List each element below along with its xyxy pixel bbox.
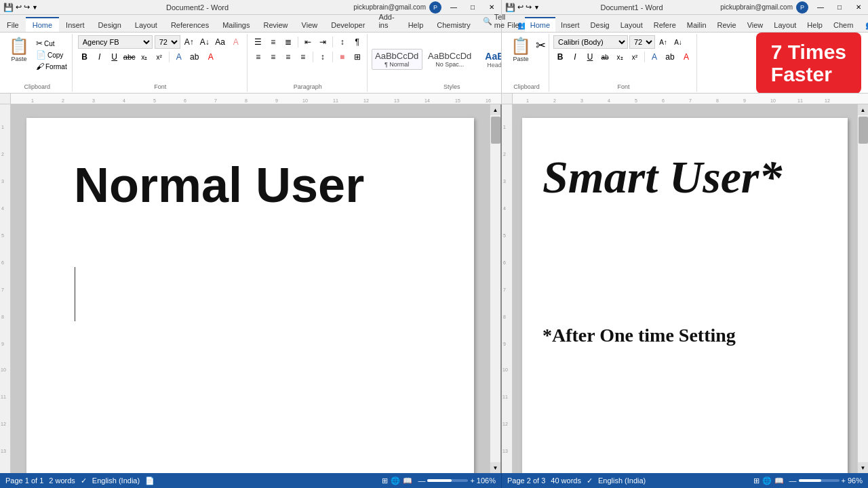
right-doc-page[interactable]: Smart User* *After One time Setting (522, 118, 848, 473)
left-tab-references[interactable]: References (164, 18, 216, 32)
right-doc-pane[interactable]: 1 2 3 4 5 6 7 8 9 10 11 12 13 14 15 (502, 104, 868, 473)
print-view-btn[interactable]: ⊞ (382, 476, 388, 485)
redo-icon[interactable]: ↪ (24, 3, 30, 12)
right-paste-button[interactable]: 📋 Paste (507, 35, 534, 64)
right-close-btn[interactable]: ✕ (849, 0, 868, 15)
left-minimize-btn[interactable]: — (444, 0, 463, 15)
right-redo-icon[interactable]: ↪ (526, 3, 532, 12)
text-highlight-btn[interactable]: ab (187, 50, 202, 64)
right-italic-btn[interactable]: I (568, 50, 582, 64)
align-left-btn[interactable]: ≡ (252, 50, 265, 64)
left-tab-view[interactable]: View (295, 18, 325, 32)
left-scroll-thumb[interactable] (491, 117, 500, 144)
right-text-effect-btn[interactable]: A (648, 50, 661, 64)
right-tab-view[interactable]: View (742, 18, 769, 32)
right-scroll-thumb[interactable] (859, 117, 868, 144)
font-name-select[interactable]: Agency FB (78, 35, 153, 49)
right-read-view[interactable]: 📖 (774, 476, 784, 485)
left-tab-home[interactable]: Home (26, 17, 59, 32)
font-size-select[interactable]: 72 (155, 35, 180, 49)
numbering-btn[interactable]: ≡ (267, 35, 280, 49)
right-zoom-out[interactable]: — (789, 476, 797, 485)
right-subscript-btn[interactable]: x₂ (613, 50, 627, 64)
right-bold-btn[interactable]: B (553, 50, 567, 64)
spell-check-icon[interactable]: ✓ (81, 476, 87, 485)
borders-btn[interactable]: ⊞ (351, 50, 364, 64)
right-tab-references[interactable]: Refere (648, 18, 682, 32)
right-tab-design[interactable]: Desig (585, 18, 615, 32)
right-tab-chem[interactable]: Chem (828, 18, 859, 32)
right-tab-file[interactable]: File (502, 18, 525, 32)
zoom-out-btn[interactable]: — (418, 476, 425, 485)
justify-btn[interactable]: ≡ (296, 50, 310, 64)
cut-button[interactable]: ✂Cut (34, 38, 69, 49)
align-right-btn[interactable]: ≡ (281, 50, 295, 64)
format-painter-button[interactable]: 🖌Format (34, 61, 69, 72)
right-font-color-btn[interactable]: A (679, 50, 694, 64)
text-effect-btn[interactable]: A (172, 50, 186, 64)
strikethrough-btn[interactable]: abc (123, 50, 136, 64)
style-no-space[interactable]: AaBbCcDd No Spac... (425, 49, 475, 70)
right-scroll-down[interactable]: ▼ (858, 462, 869, 473)
shading-btn[interactable]: ■ (336, 50, 349, 64)
left-scroll-up[interactable]: ▲ (490, 104, 501, 115)
right-web-view[interactable]: 🌐 (762, 476, 772, 485)
decrease-font-btn[interactable]: A↓ (198, 35, 212, 49)
left-tab-insert[interactable]: Insert (59, 18, 92, 32)
sort-btn[interactable]: ↕ (336, 35, 349, 49)
right-share-btn[interactable]: 👥Share (859, 19, 868, 32)
right-tab-mailings[interactable]: Mailin (682, 18, 712, 32)
show-marks-btn[interactable]: ¶ (351, 35, 364, 49)
web-view-btn[interactable]: 🌐 (391, 476, 400, 485)
right-customize-icon[interactable]: ▼ (534, 4, 540, 11)
underline-btn[interactable]: U (108, 50, 121, 64)
align-center-btn[interactable]: ≡ (267, 50, 280, 64)
right-undo-icon[interactable]: ↩ (517, 3, 524, 12)
right-scrollbar[interactable]: ▲ ▼ (857, 104, 868, 473)
left-tab-chemistry[interactable]: Chemistry (430, 18, 477, 32)
multilevel-btn[interactable]: ≣ (281, 35, 295, 49)
right-minimize-btn[interactable]: — (811, 0, 830, 15)
right-superscript-btn[interactable]: x² (628, 50, 642, 64)
right-underline-btn[interactable]: U (583, 50, 597, 64)
right-tab-review[interactable]: Revie (712, 18, 742, 32)
increase-font-btn[interactable]: A↑ (182, 35, 196, 49)
document-mode-icon[interactable]: 📄 (145, 476, 155, 485)
right-clipboard-icon[interactable]: ✂ (536, 38, 546, 53)
superscript-btn[interactable]: x² (153, 50, 166, 64)
left-tab-help[interactable]: Help (401, 18, 431, 32)
customize-icon[interactable]: ▼ (32, 4, 38, 11)
style-normal[interactable]: AaBbCcDd ¶ Normal (372, 49, 422, 70)
left-tab-review[interactable]: Review (257, 18, 295, 32)
save-icon[interactable]: 💾 (3, 3, 14, 12)
left-tab-layout[interactable]: Layout (128, 18, 164, 32)
read-view-btn[interactable]: 📖 (403, 476, 412, 485)
left-doc-page[interactable]: Normal User (26, 118, 474, 473)
zoom-in-btn[interactable]: + (470, 476, 474, 485)
right-tab-insert[interactable]: Insert (555, 18, 585, 32)
subscript-btn[interactable]: x₂ (138, 50, 151, 64)
right-size-select[interactable]: 72 (629, 35, 655, 49)
right-font-select[interactable]: Calibri (Body) (553, 35, 628, 49)
right-tab-home[interactable]: Home (525, 17, 555, 32)
right-highlight-btn[interactable]: ab (663, 50, 677, 64)
left-scroll-down[interactable]: ▼ (490, 462, 501, 473)
right-dec-font[interactable]: A↓ (671, 35, 685, 49)
right-zoom-slider[interactable] (799, 479, 840, 482)
right-inc-font[interactable]: A↑ (656, 35, 670, 49)
zoom-slider[interactable] (427, 479, 468, 482)
left-tab-mailings[interactable]: Mailings (216, 18, 256, 32)
bullets-btn[interactable]: ☰ (252, 35, 265, 49)
italic-btn[interactable]: I (93, 50, 106, 64)
paste-button[interactable]: 📋 Paste (5, 35, 33, 64)
right-zoom-in[interactable]: + (842, 476, 846, 485)
right-scroll-up[interactable]: ▲ (858, 104, 869, 115)
right-print-view[interactable]: ⊞ (753, 476, 760, 485)
copy-button[interactable]: 📄Copy (34, 49, 69, 60)
right-spell-check[interactable]: ✓ (587, 476, 593, 485)
left-tab-addins[interactable]: Add-ins (372, 10, 401, 32)
left-scrollbar[interactable]: ▲ ▼ (490, 104, 500, 473)
bold-btn[interactable]: B (78, 50, 92, 64)
right-maximize-btn[interactable]: □ (830, 0, 849, 15)
increase-indent-btn[interactable]: ⇥ (316, 35, 330, 49)
